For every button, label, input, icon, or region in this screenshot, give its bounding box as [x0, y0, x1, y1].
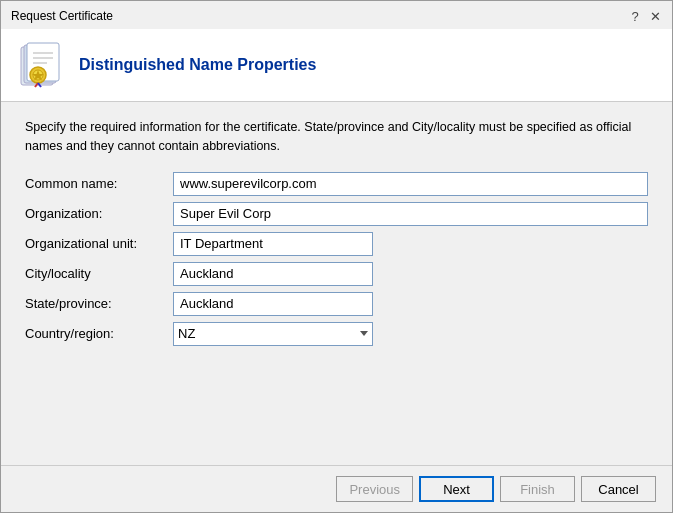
- country-select[interactable]: NZ US GB AU CA: [173, 322, 373, 346]
- content-area: Specify the required information for the…: [1, 102, 672, 465]
- city-label: City/locality: [25, 266, 165, 281]
- organization-label: Organization:: [25, 206, 165, 221]
- city-input[interactable]: [173, 262, 373, 286]
- state-label: State/province:: [25, 296, 165, 311]
- country-label: Country/region:: [25, 326, 165, 341]
- footer: Previous Next Finish Cancel: [1, 465, 672, 512]
- state-input[interactable]: [173, 292, 373, 316]
- finish-button[interactable]: Finish: [500, 476, 575, 502]
- window-title: Request Certificate: [11, 9, 113, 23]
- common-name-label: Common name:: [25, 176, 165, 191]
- title-bar-controls: ? ✕: [626, 7, 664, 25]
- request-certificate-dialog: Request Certificate ? ✕: [0, 0, 673, 513]
- header-section: Distinguished Name Properties: [1, 29, 672, 102]
- cancel-button[interactable]: Cancel: [581, 476, 656, 502]
- org-unit-label: Organizational unit:: [25, 236, 165, 251]
- previous-button[interactable]: Previous: [336, 476, 413, 502]
- dialog-title: Distinguished Name Properties: [79, 56, 316, 74]
- form-grid: Common name: Organization: Organizationa…: [25, 172, 648, 346]
- help-button[interactable]: ?: [626, 7, 644, 25]
- org-unit-input[interactable]: [173, 232, 373, 256]
- title-bar: Request Certificate ? ✕: [1, 1, 672, 29]
- certificate-icon: [17, 41, 65, 89]
- common-name-input[interactable]: [173, 172, 648, 196]
- next-button[interactable]: Next: [419, 476, 494, 502]
- close-button[interactable]: ✕: [646, 7, 664, 25]
- organization-input[interactable]: [173, 202, 648, 226]
- description-text: Specify the required information for the…: [25, 118, 648, 156]
